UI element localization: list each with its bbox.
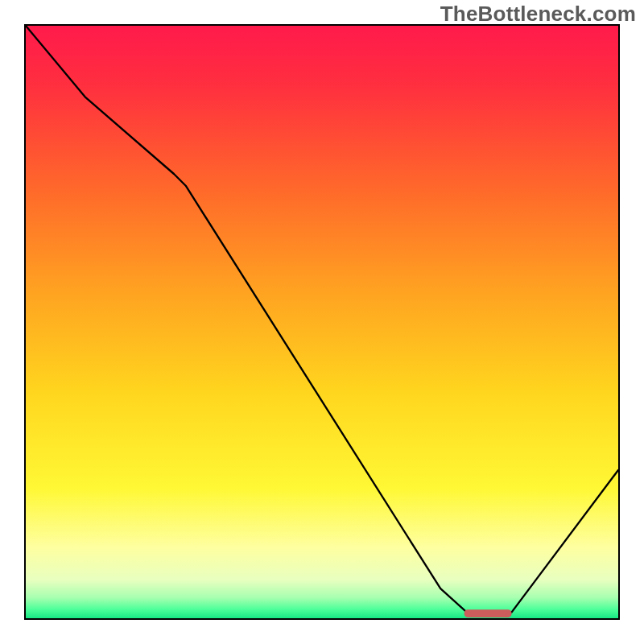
plot-area <box>24 24 620 620</box>
chart-container: TheBottleneck.com <box>0 0 644 644</box>
watermark-text: TheBottleneck.com <box>440 2 636 27</box>
optimal-marker <box>26 26 618 618</box>
svg-rect-1 <box>464 609 512 617</box>
